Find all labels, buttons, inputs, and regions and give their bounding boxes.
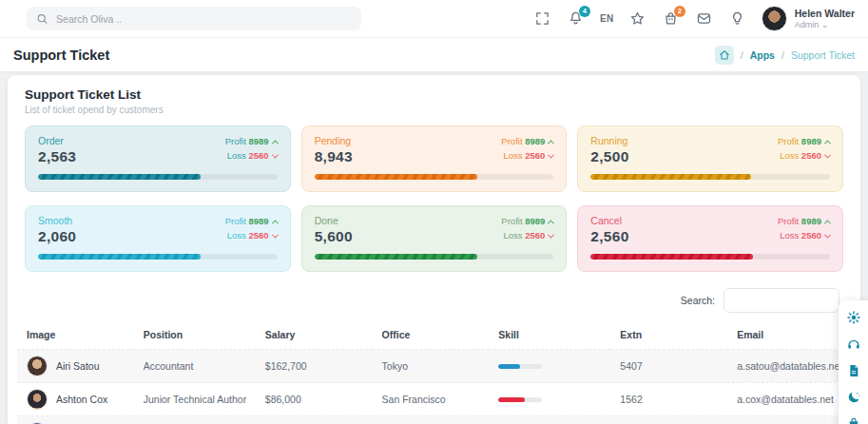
profit-label: Profit — [778, 216, 799, 226]
loss-value: 2560 — [249, 150, 269, 161]
headset-icon[interactable] — [845, 336, 861, 352]
breadcrumb-current: Support Ticket — [791, 49, 855, 61]
progress-bar — [590, 174, 830, 180]
chevron-up-icon — [548, 220, 554, 226]
bell-icon[interactable]: 4 — [567, 10, 586, 29]
global-search[interactable] — [27, 7, 361, 30]
profit-value: 8989 — [801, 216, 821, 226]
stat-value: 8,943 — [315, 148, 353, 165]
breadcrumb-apps[interactable]: Apps — [750, 49, 775, 61]
loss-value: 2560 — [525, 230, 545, 241]
chevron-down-icon — [824, 231, 831, 238]
support-ticket-card: Support Ticket List List of ticket opend… — [8, 75, 860, 424]
profit-label: Profit — [225, 216, 246, 226]
document-icon[interactable] — [845, 362, 861, 378]
cell-position: Junior Technical Author — [134, 383, 256, 416]
skill-bar — [498, 397, 542, 402]
skill-fill — [498, 364, 520, 369]
breadcrumb: / Apps / Support Ticket — [715, 46, 855, 65]
user-menu[interactable]: Helen Walter Admin ⌄ — [762, 6, 855, 31]
profit-label: Profit — [501, 216, 522, 226]
column-header-office[interactable]: Office — [373, 321, 490, 350]
employee-name: Airi Satou — [56, 360, 100, 372]
progress-fill — [315, 254, 477, 260]
search-input[interactable] — [56, 13, 352, 25]
stat-card-order: Order 2,563 Profit 8989 Loss 2560 — [25, 125, 291, 192]
loss-label: Loss — [780, 150, 799, 161]
cell-office: Tokyo — [373, 350, 490, 383]
cell-email: a.cox@datatables.net — [727, 383, 851, 416]
column-header-salary[interactable]: Salary — [256, 321, 373, 350]
table-search-label: Search: — [681, 295, 715, 306]
progress-fill — [38, 174, 201, 180]
fullscreen-icon[interactable] — [533, 10, 552, 29]
progress-bar — [38, 174, 278, 180]
stat-value: 2,060 — [38, 228, 76, 245]
stat-card-done: Done 5,600 Profit 8989 Loss 2560 — [301, 205, 568, 272]
search-icon — [36, 12, 48, 26]
mail-icon[interactable] — [695, 10, 714, 29]
column-header-skill[interactable]: Skill — [489, 321, 610, 350]
loss-label: Loss — [503, 150, 522, 161]
avatar — [27, 389, 48, 410]
shopping-bag-icon[interactable] — [845, 415, 861, 424]
idea-bulb-icon[interactable] — [728, 10, 747, 29]
stat-label: Done — [315, 215, 353, 226]
table-search-input[interactable] — [723, 288, 839, 313]
star-icon[interactable] — [628, 10, 647, 29]
progress-fill — [590, 174, 751, 180]
dark-mode-moon-icon[interactable] — [845, 389, 861, 405]
profit-label: Profit — [225, 136, 246, 146]
cell-office: London — [373, 416, 490, 424]
chevron-down-icon — [824, 151, 831, 158]
column-header-extn[interactable]: Extn — [610, 321, 727, 350]
loss-label: Loss — [780, 230, 799, 241]
progress-bar — [590, 254, 830, 260]
chevron-up-icon — [272, 140, 279, 146]
column-header-position[interactable]: Position — [134, 321, 256, 350]
stat-value: 2,563 — [38, 148, 76, 165]
stat-value: 5,600 — [315, 228, 353, 245]
column-header-email[interactable]: Email — [727, 321, 851, 350]
loss-label: Loss — [227, 150, 246, 161]
profit-value: 8989 — [525, 216, 545, 226]
table-row[interactable]: Ashton Cox Junior Technical Author $86,0… — [17, 383, 851, 416]
topbar: 4 EN 2 Helen Walter Admin ⌄ — [0, 0, 868, 38]
cart-badge: 2 — [674, 6, 685, 17]
chevron-up-icon — [272, 220, 279, 226]
stat-value: 2,500 — [590, 148, 628, 165]
cell-extn: 1562 — [610, 383, 727, 416]
progress-bar — [315, 174, 554, 180]
cell-position: Software Engineer — [134, 416, 256, 424]
loss-value: 2560 — [249, 230, 269, 241]
profit-value: 8989 — [801, 136, 821, 146]
stat-card-running: Running 2,500 Profit 8989 Loss 2560 — [577, 125, 843, 192]
gear-icon[interactable] — [845, 309, 861, 325]
stat-label: Smooth — [38, 215, 76, 226]
loss-value: 2560 — [525, 150, 545, 161]
chevron-down-icon — [272, 231, 279, 238]
loss-value: 2560 — [801, 150, 821, 161]
profit-value: 8989 — [525, 136, 545, 146]
stat-label: Cancel — [590, 215, 628, 226]
chevron-down-icon — [548, 151, 554, 158]
stat-card-smooth: Smooth 2,060 Profit 8989 Loss 2560 — [25, 205, 291, 272]
page-header: Support Ticket / Apps / Support Ticket — [0, 38, 868, 71]
language-selector[interactable]: EN — [600, 13, 614, 24]
card-subtitle: List of ticket opend by customers — [17, 105, 851, 115]
column-header-image[interactable]: Image — [17, 321, 134, 350]
skill-fill — [498, 397, 525, 402]
progress-bar — [38, 254, 278, 260]
cell-extn: 5407 — [610, 350, 727, 383]
table-row[interactable]: Airi Satou Accountant $162,700 Tokyo 540… — [17, 350, 851, 383]
table-search: Search: — [17, 272, 851, 321]
breadcrumb-separator: / — [781, 49, 784, 61]
profit-value: 8989 — [249, 216, 269, 226]
chevron-down-icon — [548, 231, 554, 238]
home-icon[interactable] — [715, 46, 734, 65]
chevron-up-icon — [548, 140, 554, 146]
table-row[interactable]: Bradley Greer Software Engineer $132,000… — [17, 416, 851, 424]
cart-icon[interactable]: 2 — [662, 10, 681, 29]
notification-badge: 4 — [579, 6, 590, 17]
cell-salary: $86,000 — [256, 383, 373, 416]
